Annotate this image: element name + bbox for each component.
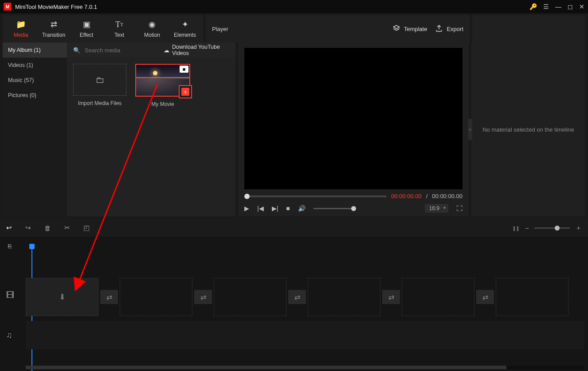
activate-icon[interactable]: 🔑 — [529, 3, 537, 10]
drop-here-icon: ⬇ — [59, 292, 66, 302]
timeline-slot[interactable] — [496, 278, 568, 316]
clip-thumbnail[interactable]: ■ + — [135, 64, 190, 97]
cloud-download-icon: ☁ — [164, 47, 169, 54]
audio-track[interactable] — [26, 321, 584, 349]
menu-icon[interactable]: ☰ — [543, 3, 549, 10]
add-marker-button[interactable]: ⎘ — [8, 243, 12, 250]
aspect-ratio-select[interactable]: 16:9 — [425, 204, 448, 213]
snap-button[interactable]: ⫿⫿ — [513, 224, 520, 232]
audio-track-icon: ♫ — [6, 331, 12, 340]
svg-marker-0 — [393, 25, 400, 29]
tab-effect[interactable]: ▣ Effect — [70, 18, 103, 41]
timeline-slot[interactable] — [120, 278, 192, 316]
inspector-empty-text: No material selected on the timeline — [475, 126, 581, 133]
stop-button[interactable]: ■ — [286, 205, 290, 212]
import-media-label: Import Media Files — [78, 100, 122, 106]
transition-icon: ⇄ — [48, 20, 59, 29]
tab-text[interactable]: TT Text — [103, 18, 136, 41]
elements-icon: ✦ — [180, 20, 190, 29]
tab-media[interactable]: 📁 Media — [4, 18, 37, 41]
layers-icon — [392, 24, 400, 34]
effect-icon: ▣ — [81, 20, 92, 29]
minimize-button[interactable]: — — [555, 3, 561, 10]
export-label: Export — [447, 26, 463, 32]
search-icon: 🔍 — [73, 47, 80, 54]
time-total: 00:00:00.00 — [432, 193, 463, 199]
time-separator: / — [426, 193, 428, 199]
undo-button[interactable]: ↩ — [6, 224, 12, 232]
transition-slot[interactable]: ⇄ — [476, 290, 494, 304]
timeline-slot[interactable] — [308, 278, 380, 316]
app-logo: M — [4, 3, 12, 11]
next-frame-button[interactable]: ▶| — [272, 205, 278, 212]
transition-slot[interactable]: ⇄ — [194, 290, 212, 304]
media-panel: My Album (1) Videos (1) Music (57) Pictu… — [3, 43, 235, 216]
timeline[interactable]: ⎘ 🎞 ♫ ⬇ ⇄ ⇄ ⇄ ⇄ ⇄ — [0, 237, 588, 371]
media-grid: 🗀 Import Media Files ■ + My Movie — [67, 58, 235, 216]
crop-button[interactable]: ◰ — [83, 224, 90, 232]
title-bar: M MiniTool MovieMaker Free 7.0.1 🔑 ☰ — ◻… — [0, 0, 588, 13]
volume-icon[interactable]: 🔊 — [298, 205, 306, 212]
zoom-slider[interactable] — [534, 227, 570, 229]
transition-slot[interactable]: ⇄ — [382, 290, 400, 304]
main-tabs: 📁 Media ⇄ Transition ▣ Effect TT Text ◉ … — [3, 15, 203, 43]
tab-motion[interactable]: ◉ Motion — [136, 18, 169, 41]
download-youtube-label: Download YouTube Videos — [172, 44, 229, 56]
zoom-in-button[interactable]: ＋ — [575, 224, 582, 232]
player-viewport[interactable] — [244, 48, 463, 189]
sidebar-item-music[interactable]: Music (57) — [3, 73, 67, 88]
tab-elements-label: Elements — [174, 32, 196, 38]
folder-plus-icon: 🗀 — [95, 75, 104, 85]
video-track-icon: 🎞 — [6, 291, 14, 300]
timeline-toolbar: ↩ ↪ 🗑 ✂ ◰ ⫿⫿ − ＋ — [0, 219, 588, 237]
player-header: Player Template Export — [206, 15, 470, 43]
folder-icon: 📁 — [16, 20, 26, 29]
add-clip-button[interactable]: + — [179, 85, 192, 98]
text-icon: TT — [114, 20, 125, 29]
timeline-slot[interactable]: ⬇ — [26, 278, 98, 316]
delete-button[interactable]: 🗑 — [44, 224, 51, 232]
volume-slider[interactable] — [314, 208, 353, 209]
sidebar-item-pictures[interactable]: Pictures (0) — [3, 88, 67, 103]
player-header-title: Player — [212, 26, 384, 32]
cut-button[interactable]: ✂ — [64, 224, 70, 232]
tab-transition[interactable]: ⇄ Transition — [37, 18, 70, 41]
time-current: 00:00:00.00 — [391, 193, 422, 199]
transition-slot[interactable]: ⇄ — [288, 290, 306, 304]
plus-icon: + — [181, 88, 189, 96]
inspector-panel: › No material selected on the timeline — [471, 43, 585, 216]
timeline-slot[interactable] — [402, 278, 474, 316]
tab-elements[interactable]: ✦ Elements — [169, 18, 201, 41]
tab-transition-label: Transition — [42, 32, 65, 38]
export-icon — [435, 24, 443, 34]
app-title: MiniTool MovieMaker Free 7.0.1 — [15, 4, 529, 10]
tab-text-label: Text — [114, 32, 124, 38]
media-clip-my-movie[interactable]: ■ + My Movie — [136, 64, 189, 107]
prev-frame-button[interactable]: |◀ — [257, 205, 264, 212]
timeline-scrollbar[interactable] — [26, 366, 584, 369]
media-search-bar: 🔍 ☁ Download YouTube Videos — [67, 43, 235, 58]
template-button[interactable]: Template — [392, 24, 427, 34]
import-media-button[interactable]: 🗀 Import Media Files — [73, 64, 126, 106]
sidebar-item-videos[interactable]: Videos (1) — [3, 58, 67, 73]
play-button[interactable]: ▶ — [244, 205, 249, 212]
close-button[interactable]: ✕ — [579, 3, 584, 10]
transition-slot[interactable]: ⇄ — [100, 290, 118, 304]
search-input[interactable] — [85, 47, 159, 54]
fullscreen-button[interactable]: ⛶ — [456, 205, 463, 212]
sidebar-item-album[interactable]: My Album (1) — [3, 43, 67, 58]
download-youtube-button[interactable]: ☁ Download YouTube Videos — [164, 44, 229, 56]
inspector-toggle[interactable]: › — [468, 119, 472, 140]
playhead[interactable] — [29, 244, 35, 249]
video-track[interactable]: ⬇ ⇄ ⇄ ⇄ ⇄ ⇄ — [26, 277, 584, 317]
time-ruler[interactable] — [26, 245, 584, 250]
redo-button[interactable]: ↪ — [25, 224, 31, 232]
export-button[interactable]: Export — [435, 24, 463, 34]
tab-motion-label: Motion — [144, 32, 160, 38]
timeline-slot[interactable] — [214, 278, 286, 316]
zoom-out-button[interactable]: − — [525, 224, 529, 232]
motion-icon: ◉ — [147, 20, 157, 29]
player-progress[interactable] — [244, 195, 387, 197]
maximize-button[interactable]: ◻ — [568, 3, 573, 10]
video-type-icon: ■ — [180, 66, 188, 73]
